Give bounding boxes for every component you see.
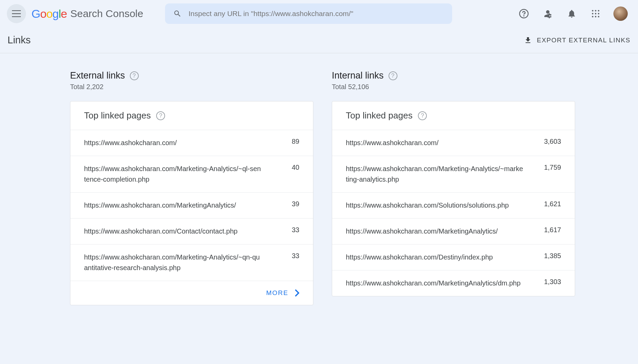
table-row[interactable]: https://www.ashokcharan.com/Marketing-An… [332, 156, 575, 192]
link-count: 39 [275, 200, 299, 208]
table-row[interactable]: https://www.ashokcharan.com/ 3,603 [332, 130, 575, 156]
svg-point-7 [598, 13, 599, 14]
external-links-column: External links ? Total 2,202 Top linked … [70, 70, 313, 305]
table-row[interactable]: https://www.ashokcharan.com/Marketing-An… [70, 244, 313, 281]
card-header: Top linked pages ? [70, 101, 313, 130]
external-top-pages-card: Top linked pages ? https://www.ashokchar… [70, 101, 313, 305]
link-url: https://www.ashokcharan.com/Marketing-An… [84, 252, 262, 273]
link-count: 89 [275, 138, 299, 145]
app-header: Google Search Console [0, 0, 638, 27]
link-url: https://www.ashokcharan.com/MarketingAna… [84, 200, 262, 211]
link-count: 3,603 [537, 138, 561, 145]
help-icon[interactable]: ? [156, 111, 165, 120]
help-button[interactable] [518, 8, 530, 20]
table-row[interactable]: https://www.ashokcharan.com/MarketingAna… [332, 270, 575, 296]
table-row[interactable]: https://www.ashokcharan.com/MarketingAna… [70, 192, 313, 218]
svg-point-4 [598, 10, 599, 11]
link-count: 40 [275, 164, 299, 171]
internal-section-header: Internal links ? [332, 70, 575, 81]
svg-point-9 [595, 16, 596, 17]
svg-point-8 [592, 16, 593, 17]
help-icon[interactable]: ? [418, 111, 427, 120]
help-icon[interactable]: ? [389, 71, 397, 80]
help-icon [519, 9, 529, 19]
url-inspect-input[interactable] [189, 10, 444, 18]
internal-total: Total 52,106 [332, 83, 575, 91]
apps-grid-icon [591, 9, 600, 18]
more-button[interactable]: MORE [70, 281, 313, 305]
internal-links-column: Internal links ? Total 52,106 Top linked… [332, 70, 575, 305]
table-row[interactable]: https://www.ashokcharan.com/Marketing-An… [70, 156, 313, 192]
table-row[interactable]: https://www.ashokcharan.com/Contact/cont… [70, 218, 313, 244]
link-count: 1,617 [537, 226, 561, 234]
hamburger-icon [12, 10, 21, 17]
search-icon [173, 9, 182, 18]
svg-point-3 [595, 10, 596, 11]
header-actions [518, 6, 631, 21]
card-title: Top linked pages [346, 110, 412, 121]
link-url: https://www.ashokcharan.com/Marketing-An… [346, 164, 524, 185]
card-header: Top linked pages ? [332, 101, 575, 130]
link-count: 33 [275, 226, 299, 234]
users-settings-button[interactable] [542, 8, 554, 20]
table-row[interactable]: https://www.ashokcharan.com/Destiny/inde… [332, 244, 575, 270]
table-row[interactable]: https://www.ashokcharan.com/MarketingAna… [332, 218, 575, 244]
chevron-right-icon [295, 289, 299, 297]
link-count: 1,621 [537, 200, 561, 208]
link-url: https://www.ashokcharan.com/Contact/cont… [84, 226, 262, 237]
url-inspect-searchbar[interactable] [165, 3, 452, 24]
main-menu-button[interactable] [7, 4, 26, 23]
link-url: https://www.ashokcharan.com/MarketingAna… [346, 226, 524, 237]
svg-point-1 [524, 16, 524, 16]
svg-point-2 [592, 10, 593, 11]
link-count: 1,385 [537, 252, 561, 260]
card-title: Top linked pages [84, 110, 151, 121]
link-url: https://www.ashokcharan.com/Destiny/inde… [346, 252, 524, 263]
link-count: 1,759 [537, 164, 561, 171]
link-url: https://www.ashokcharan.com/MarketingAna… [346, 278, 524, 289]
link-url: https://www.ashokcharan.com/ [84, 138, 262, 148]
external-total: Total 2,202 [70, 83, 313, 91]
google-logo: Google [31, 7, 67, 20]
more-label: MORE [266, 289, 288, 297]
download-icon [524, 36, 532, 44]
export-external-links-button[interactable]: EXPORT EXTERNAL LINKS [524, 36, 630, 44]
internal-title: Internal links [332, 70, 384, 81]
svg-point-10 [598, 16, 599, 17]
help-icon[interactable]: ? [130, 71, 139, 80]
export-label: EXPORT EXTERNAL LINKS [537, 37, 630, 44]
link-url: https://www.ashokcharan.com/Solutions/so… [346, 200, 524, 211]
page-subheader: Links EXPORT EXTERNAL LINKS [0, 27, 638, 53]
external-section-header: External links ? [70, 70, 313, 81]
internal-top-pages-card: Top linked pages ? https://www.ashokchar… [332, 101, 575, 296]
table-row[interactable]: https://www.ashokcharan.com/Solutions/so… [332, 192, 575, 218]
apps-button[interactable] [589, 8, 602, 20]
user-gear-icon [543, 9, 553, 19]
app-name: Search Console [70, 8, 143, 19]
svg-point-5 [592, 13, 593, 14]
page-title: Links [8, 34, 31, 46]
table-row[interactable]: https://www.ashokcharan.com/ 89 [70, 130, 313, 156]
account-avatar[interactable] [613, 6, 628, 21]
link-count: 33 [275, 252, 299, 260]
link-url: https://www.ashokcharan.com/ [346, 138, 524, 148]
link-count: 1,303 [537, 278, 561, 286]
link-url: https://www.ashokcharan.com/Marketing-An… [84, 164, 262, 185]
content-area: External links ? Total 2,202 Top linked … [0, 53, 638, 305]
app-logo[interactable]: Google Search Console [31, 7, 143, 20]
notifications-button[interactable] [566, 8, 578, 20]
svg-point-6 [595, 13, 596, 14]
external-title: External links [70, 70, 125, 81]
bell-icon [567, 9, 576, 18]
